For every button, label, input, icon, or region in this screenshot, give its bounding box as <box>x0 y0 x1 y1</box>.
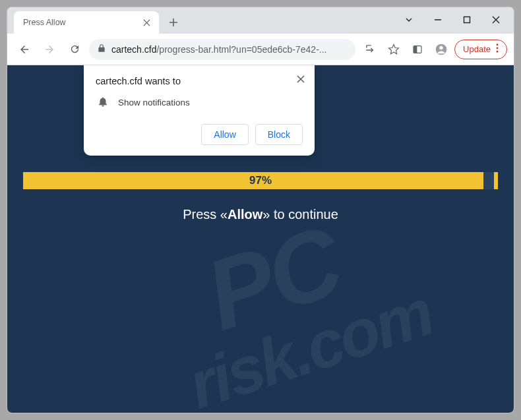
forward-button[interactable] <box>39 39 60 60</box>
popup-permission-label: Show notifications <box>118 98 190 107</box>
window-maximize-icon[interactable] <box>453 10 481 30</box>
lock-icon <box>97 44 106 55</box>
svg-point-7 <box>497 51 499 53</box>
address-bar[interactable]: cartech.cfd/progress-bar.html?un=05ede6c… <box>89 39 355 60</box>
block-button[interactable]: Block <box>255 124 303 145</box>
back-button[interactable] <box>14 39 35 60</box>
watermark-line1: PC <box>193 205 353 351</box>
progress-bar: 97% <box>23 172 498 189</box>
profile-icon[interactable] <box>431 39 452 60</box>
browser-tab[interactable]: Press Allow <box>14 11 159 34</box>
toolbar-right: Update <box>359 39 507 60</box>
permission-popup: cartech.cfd wants to Show notifications … <box>84 65 315 156</box>
popup-title: cartech.cfd wants to <box>96 76 303 86</box>
progress-bar-container: 97% <box>23 172 498 189</box>
svg-point-6 <box>497 47 499 49</box>
window-dropdown-icon[interactable] <box>395 10 423 30</box>
instruction-pre: Press « <box>183 207 228 222</box>
bookmark-icon[interactable] <box>383 39 404 60</box>
url-text: cartech.cfd/progress-bar.html?un=05ede6c… <box>111 44 348 55</box>
svg-rect-2 <box>414 45 417 53</box>
allow-button[interactable]: Allow <box>201 124 248 145</box>
svg-point-5 <box>497 44 499 45</box>
titlebar: Press Allow <box>7 7 514 34</box>
popup-permission-row: Show notifications <box>96 96 303 109</box>
svg-rect-0 <box>464 17 470 23</box>
window-minimize-icon[interactable] <box>424 10 452 30</box>
popup-close-icon[interactable] <box>293 72 308 86</box>
page-content: PC risk.com 97% Press «Allow» to continu… <box>7 65 514 413</box>
update-label: Update <box>463 44 491 54</box>
watermark-line2: risk.com <box>156 280 439 413</box>
window-close-icon[interactable] <box>482 10 510 30</box>
popup-actions: Allow Block <box>96 124 303 145</box>
progress-label: 97% <box>23 172 498 189</box>
new-tab-button[interactable] <box>164 13 183 32</box>
instruction-post: » to continue <box>262 207 338 222</box>
tab-close-icon[interactable] <box>140 16 152 28</box>
toolbar: cartech.cfd/progress-bar.html?un=05ede6c… <box>7 34 514 65</box>
side-panel-icon[interactable] <box>407 39 428 60</box>
window-controls <box>395 7 510 32</box>
bell-icon <box>97 96 109 109</box>
menu-icon <box>496 44 499 55</box>
url-host: cartech.cfd <box>111 44 156 55</box>
reload-button[interactable] <box>64 39 85 60</box>
url-path: /progress-bar.html?un=05ede6cb-7e42-... <box>156 44 326 55</box>
update-button[interactable]: Update <box>454 40 507 59</box>
instruction-text: Press «Allow» to continue <box>7 207 514 222</box>
svg-point-4 <box>439 45 443 49</box>
share-icon[interactable] <box>359 39 381 60</box>
browser-window: Press Allow <box>7 7 514 413</box>
instruction-bold: Allow <box>228 207 262 222</box>
tab-title: Press Allow <box>23 18 66 27</box>
